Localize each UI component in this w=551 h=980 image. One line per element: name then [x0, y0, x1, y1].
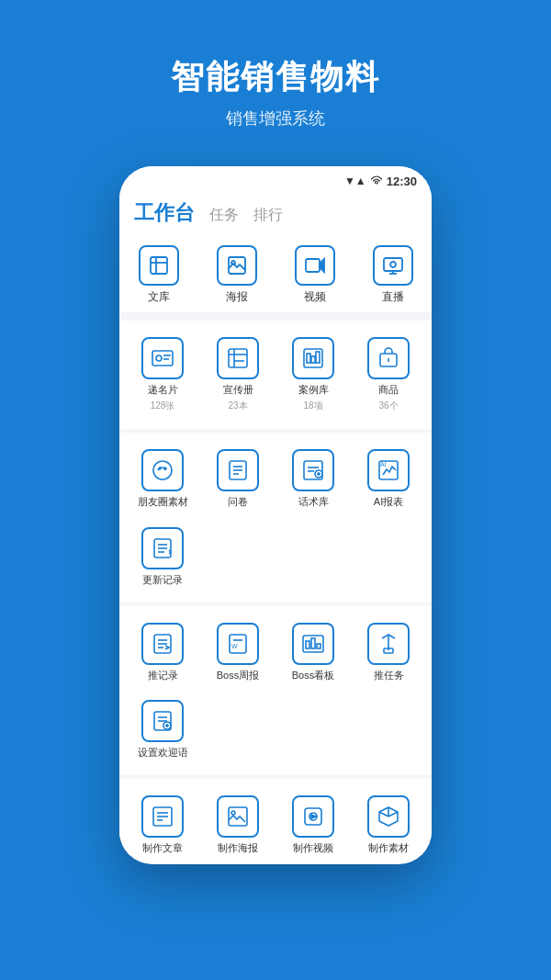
make-poster-item[interactable]: 制作海报: [202, 788, 274, 855]
make-video-item[interactable]: 制作视频: [277, 788, 349, 855]
phone-mockup: ▼▲ 12:30 工作台 任务 排行 文库 海报: [119, 166, 432, 864]
svg-point-25: [153, 461, 172, 479]
poster-icon: [217, 245, 257, 286]
survey-label: 问卷: [228, 495, 248, 508]
video-label: 视频: [304, 289, 326, 305]
svg-rect-7: [384, 258, 402, 271]
namecard-item[interactable]: 递名片 128张: [127, 330, 198, 420]
top-icons-section: 文库 海报 视频 直播: [119, 234, 432, 313]
tab-workbench[interactable]: 工作台: [134, 199, 195, 227]
library-icon-item[interactable]: 文库: [127, 245, 191, 305]
app-title: 智能销售物料: [171, 55, 380, 100]
push-log-item[interactable]: 推记录: [127, 615, 198, 689]
welcome-setting-label: 设置欢迎语: [138, 746, 188, 759]
namecard-label: 递名片: [148, 383, 178, 396]
caselist-item[interactable]: 案例库 18项: [277, 330, 349, 420]
ai-report-item[interactable]: AI AI报表: [353, 442, 424, 515]
svg-rect-21: [311, 356, 315, 363]
grid-section-2: 朋友圈素材 问卷 话术库 AI: [119, 433, 432, 603]
product-count: 36个: [378, 400, 398, 412]
svg-point-67: [231, 811, 235, 815]
svg-rect-53: [311, 638, 315, 648]
boss-board-label: Boss看板: [292, 669, 334, 681]
welcome-setting-item[interactable]: 设置欢迎语: [127, 693, 198, 766]
moments-label: 朋友圈素材: [138, 495, 188, 508]
time-display: 12:30: [387, 175, 417, 188]
make-poster-label: 制作海报: [218, 841, 258, 854]
live-icon-item[interactable]: 直播: [361, 245, 425, 305]
svg-marker-69: [311, 815, 316, 818]
phone-content-area: 文库 海报 视频 直播: [119, 234, 432, 855]
poster-icon-item[interactable]: 海报: [205, 245, 269, 305]
script-item[interactable]: 话术库: [277, 442, 349, 515]
video-icon-item[interactable]: 视频: [283, 245, 347, 305]
library-icon: [139, 245, 179, 286]
svg-point-12: [156, 355, 162, 361]
header-section: 智能销售物料 销售增强系统: [171, 0, 380, 130]
live-label: 直播: [382, 289, 404, 305]
push-task-item[interactable]: 推任务: [353, 615, 424, 689]
svg-text:W: W: [231, 643, 238, 649]
moments-item[interactable]: 朋友圈素材: [127, 442, 198, 515]
library-label: 文库: [148, 289, 170, 305]
status-bar: ▼▲ 12:30: [119, 166, 432, 196]
product-item[interactable]: 商品 36个: [353, 330, 424, 420]
make-material-item[interactable]: 制作素材: [353, 788, 424, 855]
product-label: 商品: [378, 383, 399, 396]
wifi-icon: [370, 175, 383, 188]
make-material-label: 制作素材: [368, 841, 409, 854]
poster-label: 海报: [226, 289, 248, 305]
make-video-label: 制作视频: [293, 841, 333, 854]
update-log-label: 更新记录: [142, 573, 183, 586]
push-task-label: 推任务: [374, 669, 404, 681]
brochure-count: 23本: [228, 400, 247, 412]
boss-weekly-item[interactable]: W Boss周报: [202, 615, 274, 689]
svg-point-27: [164, 467, 166, 469]
svg-point-10: [390, 262, 396, 267]
make-article-label: 制作文章: [142, 841, 183, 854]
survey-item[interactable]: 问卷: [202, 442, 274, 515]
svg-rect-52: [306, 641, 309, 648]
push-log-label: 推记录: [148, 669, 178, 681]
svg-rect-0: [151, 257, 167, 274]
tab-tasks[interactable]: 任务: [209, 206, 239, 225]
status-icons: ▼▲ 12:30: [344, 175, 417, 188]
app-subtitle: 销售增强系统: [171, 107, 380, 130]
grid-section-3: 推记录 W Boss周报 Boss看板: [119, 606, 432, 776]
caselist-count: 18项: [303, 400, 322, 412]
signal-icon: ▼▲: [344, 175, 366, 187]
boss-weekly-label: Boss周报: [217, 669, 259, 681]
update-log-item[interactable]: 更新记录: [127, 520, 198, 593]
grid-section-4: 制作文章 制作海报 制作视频: [119, 779, 432, 855]
svg-rect-22: [316, 352, 320, 363]
grid-section-1: 递名片 128张 宣传册 23本 案例库 18项: [119, 321, 432, 429]
brochure-label: 宣传册: [223, 383, 253, 396]
svg-rect-5: [306, 259, 320, 272]
caselist-label: 案例库: [298, 383, 329, 396]
make-article-item[interactable]: 制作文章: [127, 788, 198, 855]
boss-board-item[interactable]: Boss看板: [277, 615, 349, 689]
script-label: 话术库: [298, 495, 329, 508]
svg-rect-15: [229, 349, 247, 367]
nav-tabs-bar: 工作台 任务 排行: [119, 196, 432, 234]
video-icon: [295, 245, 335, 286]
svg-point-26: [159, 467, 161, 469]
svg-rect-55: [384, 648, 393, 653]
ai-report-label: AI报表: [374, 495, 403, 508]
live-icon: [373, 245, 413, 286]
svg-rect-54: [317, 644, 320, 648]
svg-rect-20: [307, 354, 310, 363]
svg-text:AI: AI: [380, 461, 387, 467]
namecard-count: 128张: [151, 400, 175, 412]
brochure-item[interactable]: 宣传册 23本: [202, 330, 274, 420]
tab-ranking[interactable]: 排行: [253, 206, 283, 225]
